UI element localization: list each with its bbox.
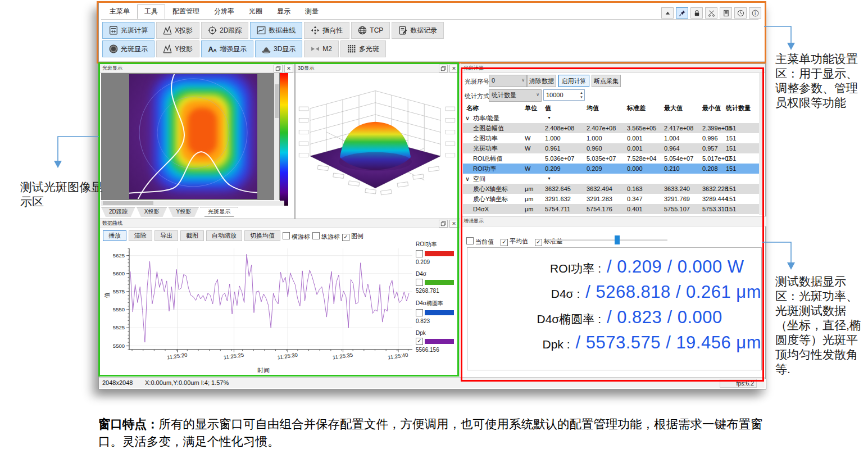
close-icon[interactable]: ✕ <box>284 65 293 72</box>
menu-tab-分辨率[interactable]: 分辨率 <box>207 4 242 19</box>
table-row-ROI总幅值[interactable]: ROI总幅值5.036e+075.035e+077.528e+045.054e+… <box>463 153 762 164</box>
spinbox-arrows-icon[interactable]: ▲▼ <box>580 90 583 99</box>
menu-tab-测量[interactable]: 测量 <box>298 4 326 19</box>
table-cell: 5754.176 <box>587 204 612 214</box>
table-row-质心X轴坐标[interactable]: 质心X轴坐标μm3632.6453632.4940.1633633.240363… <box>463 184 762 194</box>
legend-checkbox[interactable] <box>416 279 423 286</box>
menu-tab-光圈[interactable]: 光圈 <box>242 4 270 19</box>
beam-2d-image[interactable] <box>129 74 257 199</box>
table-header-cell[interactable]: 值 <box>545 103 551 113</box>
table-header-cell[interactable]: 标准差 <box>627 103 646 113</box>
legend-name: ROI功率 <box>416 241 457 248</box>
info-icon[interactable]: i <box>749 7 761 19</box>
close-icon[interactable]: ✕ <box>449 65 458 72</box>
checkbox-icon: ✓ <box>342 234 349 241</box>
menu-tab-配置管理[interactable]: 配置管理 <box>165 4 207 19</box>
spot-index-combobox[interactable]: 0∨ <box>489 75 527 87</box>
restore-icon[interactable] <box>439 65 448 72</box>
beam-image-viewport[interactable] <box>101 73 284 200</box>
beam-horizontal-scrollbar[interactable] <box>101 201 284 206</box>
restore-icon[interactable] <box>439 220 448 228</box>
tool-button-数据记录[interactable]: 数据记录 <box>392 22 444 39</box>
table-header-cell[interactable]: 最小值 <box>702 103 721 113</box>
calc-table-scrollbar[interactable] <box>759 73 763 215</box>
stat-mode-combobox[interactable]: 统计数量∨ <box>489 89 542 102</box>
tool-button-指向性[interactable]: 指向性 <box>304 22 349 39</box>
enhance-checkbox-当前值[interactable]: 当前值 <box>466 236 494 246</box>
threed-surface-plot[interactable] <box>296 73 458 218</box>
beam-vertical-scrollbar[interactable] <box>274 73 279 200</box>
table-header-cell[interactable]: 最大值 <box>664 103 683 113</box>
cut-icon[interactable] <box>705 7 717 19</box>
document-icon[interactable] <box>720 7 732 19</box>
tool-button-X投影[interactable]: X投影 <box>156 22 199 39</box>
beam-tab-Y投影[interactable]: Y投影 <box>168 207 199 217</box>
tool-button-光斑计算[interactable]: 光斑计算 <box>102 22 154 39</box>
enhance-slider-handle[interactable] <box>615 235 620 244</box>
curve-button-清除[interactable]: 清除 <box>129 230 152 241</box>
beam-vscroll-thumb[interactable] <box>275 84 279 118</box>
pin-icon[interactable] <box>676 7 688 19</box>
table-header-cell[interactable]: 单位 <box>525 103 537 113</box>
table-row-全图功率[interactable]: 全图功率W1.0001.0000.0011.0040.996151 <box>463 133 762 143</box>
curve-chart-area[interactable]: 55005525555055755600562511:25:2011:25:25… <box>103 245 416 370</box>
svg-text:11:25:35: 11:25:35 <box>332 352 353 361</box>
tool-button-光斑显示[interactable]: 光斑显示 <box>102 40 154 57</box>
curve-button-截图[interactable]: 截图 <box>180 230 204 241</box>
table-group-row-功率/能量[interactable]: ∨功率/能量▼ <box>463 113 762 123</box>
tool-button-2D跟踪[interactable]: 2D跟踪 <box>201 22 248 39</box>
beam-tab-X投影[interactable]: X投影 <box>137 207 167 217</box>
tool-button-3D显示[interactable]: 3D显示 <box>255 40 302 57</box>
enhance-checkbox-平均值[interactable]: ✓平均值 <box>501 235 528 246</box>
table-group-row-空间[interactable]: ∨空间▼ <box>463 174 762 184</box>
tool-button-数据曲线[interactable]: 数据曲线 <box>250 22 302 39</box>
beam-tab-光斑显示[interactable]: 光斑显示 <box>200 207 238 217</box>
legend-checkbox[interactable] <box>416 250 423 257</box>
calc-table[interactable]: 名称单位值均值标准差最大值最小值统计数量∨功率/能量▼全图总幅值2.408e+0… <box>463 103 762 215</box>
curve-checkbox-纵游标[interactable]: 纵游标 <box>312 231 340 241</box>
table-row-全图总幅值[interactable]: 全图总幅值2.408e+082.407e+083.565e+052.417e+0… <box>463 123 762 133</box>
curve-button-播放[interactable]: 播放 <box>103 230 126 241</box>
menu-tab-工具[interactable]: 工具 <box>137 4 165 19</box>
table-header-cell[interactable]: 统计数量 <box>726 103 751 113</box>
curve-checkbox-图例[interactable]: ✓图例 <box>342 230 363 241</box>
calc-button-启用计算[interactable]: 启用计算 <box>558 75 589 87</box>
tool-button-多光斑[interactable]: 多光斑 <box>340 40 386 57</box>
legend-checkbox[interactable] <box>416 309 423 316</box>
calc-button-断点采集[interactable]: 断点采集 <box>592 75 621 87</box>
legend-checkbox[interactable]: ✓ <box>416 338 423 345</box>
beam-hscroll-thumb[interactable] <box>103 201 153 205</box>
table-cell: 0.961 <box>545 143 561 153</box>
lock-icon[interactable] <box>690 7 703 19</box>
curve-button-导出[interactable]: 导出 <box>154 230 178 241</box>
curve-button-自动缩放[interactable]: 自动缩放 <box>206 230 242 241</box>
table-cell: 0.996 <box>702 133 718 143</box>
table-row-光斑功率[interactable]: 光斑功率W0.9610.9600.0010.9640.957151 <box>463 143 762 153</box>
menu-tab-显示[interactable]: 显示 <box>270 4 298 19</box>
toolbar-row-1: 光斑计算X投影2D跟踪数据曲线指向性TCP数据记录 <box>102 22 444 39</box>
restore-icon[interactable] <box>274 65 283 72</box>
tool-button-增强显示[interactable]: AA增强显示 <box>201 40 253 57</box>
checkbox-icon <box>466 237 474 244</box>
menu-tab-主菜单[interactable]: 主菜单 <box>102 4 137 19</box>
stat-count-spinbox[interactable]: 10000 ▲▼ <box>543 89 585 101</box>
tool-button-TCP[interactable]: TCP <box>351 22 390 39</box>
curve-checkbox-横游标[interactable]: 横游标 <box>283 231 310 241</box>
close-icon[interactable]: ✕ <box>449 220 458 228</box>
tool-button-Y投影[interactable]: Y投影 <box>156 40 199 57</box>
beam-display-panel: 光斑显示 ✕ <box>99 64 295 220</box>
collapse-icon[interactable] <box>661 7 674 19</box>
table-row-ROI功率[interactable]: ROI功率W0.2090.2090.0000.2100.208151 <box>463 164 762 174</box>
beam-tab-2D跟踪[interactable]: 2D跟踪 <box>101 207 135 217</box>
table-header-cell[interactable]: 均值 <box>587 103 599 113</box>
tool-button-M2[interactable]: M2 <box>304 40 339 57</box>
curve-button-切换均值[interactable]: 切换均值 <box>244 230 280 241</box>
table-cell: 光斑功率 <box>473 143 498 153</box>
table-row-D4σX[interactable]: D4σXμm5754.7115754.1760.4015755.1075753.… <box>463 204 762 214</box>
enhance-slider-track[interactable] <box>548 239 667 241</box>
table-cell: 0.209 <box>545 164 561 174</box>
history-icon[interactable] <box>734 7 747 19</box>
calc-button-清除数据[interactable]: 清除数据 <box>527 75 556 87</box>
table-row-质心Y轴坐标[interactable]: 质心Y轴坐标μm3291.6323291.2830.3473291.769328… <box>463 194 762 204</box>
table-header-cell[interactable]: 名称 <box>466 103 479 113</box>
